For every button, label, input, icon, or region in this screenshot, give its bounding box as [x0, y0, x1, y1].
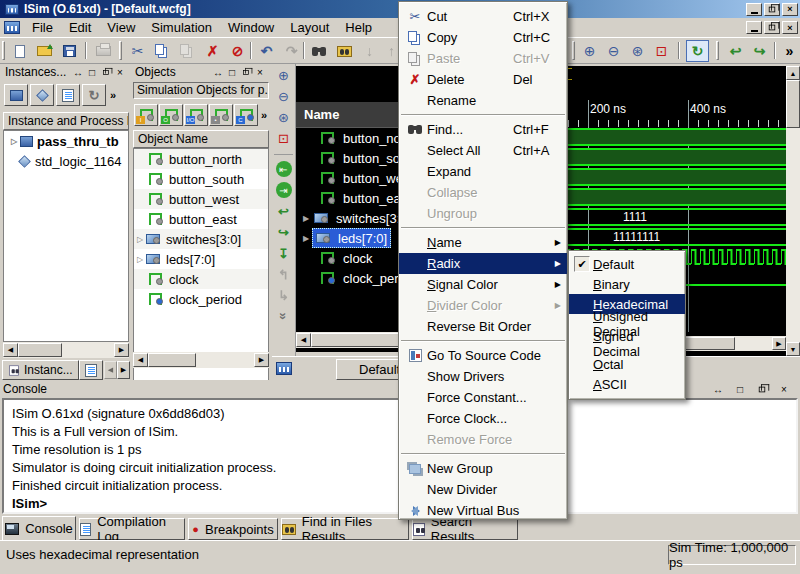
close-button[interactable]: ×	[782, 3, 798, 16]
float-button[interactable]	[755, 384, 769, 395]
filter-constants-button[interactable]: C	[234, 104, 258, 126]
close-panel-icon[interactable]: ×	[253, 67, 267, 78]
close-panel-icon[interactable]: ×	[777, 384, 791, 395]
menu-layout[interactable]: Layout	[282, 18, 337, 37]
dock-icon[interactable]: ↔	[711, 384, 725, 395]
object-row-button-east[interactable]: button_east	[134, 209, 268, 229]
relaunch-button[interactable]: ↻	[686, 40, 709, 62]
menu-find[interactable]: Find...Ctrl+F	[399, 119, 567, 140]
swap-down-button[interactable]: ↳	[274, 285, 294, 305]
expander-icon[interactable]: ▶	[300, 214, 312, 223]
menu-copy[interactable]: CopyCtrl+C	[399, 27, 567, 48]
memory-view-button[interactable]	[56, 84, 80, 106]
tree-item-pass-thru-tb[interactable]: ▷ pass_thru_tb	[4, 131, 128, 151]
toolbar-overflow-button[interactable]: »	[778, 40, 800, 62]
swap-up-button[interactable]: ↰	[274, 264, 294, 284]
instance-view-button[interactable]	[4, 84, 28, 106]
expander-icon[interactable]: ▶	[300, 234, 312, 243]
expander-icon[interactable]: ▷	[134, 255, 146, 264]
zoom-area-button[interactable]: ⊡	[650, 40, 673, 62]
remove-force-button[interactable]: ⊘	[226, 40, 249, 62]
object-row-clock-period[interactable]: clock_period	[134, 289, 268, 309]
copy-button[interactable]	[151, 40, 174, 62]
tab-compilation-log[interactable]: Compilation Log	[79, 518, 185, 540]
submenu-signed-decimal[interactable]: Signed Decimal	[569, 334, 685, 354]
toolbar-grip[interactable]	[572, 41, 575, 60]
menu-file[interactable]: File	[24, 18, 61, 37]
package-view-button[interactable]	[30, 84, 54, 106]
paste-button[interactable]	[176, 40, 199, 62]
maximize-icon[interactable]: □	[733, 384, 747, 395]
menu-delete[interactable]: ✗DeleteDel	[399, 69, 567, 90]
tab-breakpoints[interactable]: ●Breakpoints	[188, 518, 278, 540]
wave-zoom-full-button[interactable]: ⊛	[274, 107, 294, 127]
tab-memory[interactable]	[79, 360, 103, 380]
maximize-icon[interactable]: □	[85, 67, 99, 78]
open-button[interactable]	[33, 40, 56, 62]
goto-next-button[interactable]: ↪	[748, 40, 771, 62]
goto-next-result-button[interactable]: ↓	[358, 40, 381, 62]
scroll-right-icon[interactable]: ▶	[254, 353, 269, 367]
expander-icon[interactable]: ▷	[134, 235, 146, 244]
menu-new-group[interactable]: New Group	[399, 458, 567, 479]
expander-icon[interactable]: ▷	[8, 137, 20, 146]
menu-help[interactable]: Help	[337, 18, 380, 37]
instances-toolbar-overflow[interactable]: »	[110, 89, 116, 101]
save-button[interactable]	[58, 40, 81, 62]
scroll-left-icon[interactable]: ◀	[133, 353, 148, 367]
menu-show-drivers[interactable]: Show Drivers	[399, 366, 567, 387]
object-row-clock[interactable]: clock	[134, 269, 268, 289]
prev-transition-button[interactable]: ↩	[274, 201, 294, 221]
goto-end-button[interactable]: ⇥	[274, 180, 294, 200]
menu-collapse[interactable]: Collapse	[399, 182, 567, 203]
scroll-right-icon[interactable]: ▶	[114, 343, 129, 357]
child-restore-button[interactable]	[764, 21, 780, 34]
menu-select-all[interactable]: Select AllCtrl+A	[399, 140, 567, 161]
object-row-button-west[interactable]: button_west	[134, 189, 268, 209]
menu-edit[interactable]: Edit	[61, 18, 99, 37]
scroll-down-icon[interactable]: ▼	[786, 342, 800, 356]
menu-divider-color[interactable]: Divider Color▶	[399, 295, 567, 316]
tab-search-results[interactable]: Search Results	[412, 518, 518, 540]
toolbar-grip[interactable]	[119, 41, 122, 60]
object-row-leds[interactable]: ▷leds[7:0]	[134, 249, 268, 269]
menu-signal-color[interactable]: Signal Color▶	[399, 274, 567, 295]
object-row-button-north[interactable]: button_north	[134, 149, 268, 169]
filter-outputs-button[interactable]: O	[159, 104, 183, 126]
menu-force-constant[interactable]: Force Constant...	[399, 387, 567, 408]
menu-remove-force[interactable]: Remove Force	[399, 429, 567, 450]
next-transition-button[interactable]: ↪	[274, 222, 294, 242]
wave-zoom-out-button[interactable]: ⊖	[274, 86, 294, 106]
menu-cut[interactable]: ✂CutCtrl+X	[399, 6, 567, 27]
zoom-full-button[interactable]: ⊛	[626, 40, 649, 62]
menu-name[interactable]: Name▶	[399, 232, 567, 253]
child-close-button[interactable]: ×	[782, 21, 798, 34]
toolbar-grip[interactable]	[2, 41, 5, 60]
tab-scroll-right-icon[interactable]: ▶	[117, 361, 130, 379]
goto-prev-button[interactable]: ↩	[724, 40, 747, 62]
menu-ungroup[interactable]: Ungroup	[399, 203, 567, 224]
toolbar-grip[interactable]	[716, 41, 719, 60]
objects-toolbar-overflow[interactable]: »	[261, 109, 267, 121]
menu-force-clock[interactable]: Force Clock...	[399, 408, 567, 429]
scroll-up-icon[interactable]: ▲	[786, 66, 800, 80]
object-row-button-south[interactable]: button_south	[134, 169, 268, 189]
menu-go-to-source-code[interactable]: Go To Source Code	[399, 345, 567, 366]
filter-inputs-button[interactable]: I	[134, 104, 158, 126]
object-row-switches[interactable]: ▷switches[3:0]	[134, 229, 268, 249]
tree-item-std-logic-1164[interactable]: std_logic_1164	[4, 151, 128, 171]
goto-time-zero-button[interactable]: ⇤	[274, 159, 294, 179]
submenu-ascii[interactable]: ASCII	[569, 374, 685, 394]
close-panel-icon[interactable]: ×	[113, 67, 127, 78]
tab-find-in-files-results[interactable]: Find in Files Results	[281, 518, 409, 540]
cut-button[interactable]: ✂	[126, 40, 149, 62]
dock-icon[interactable]: ↔	[211, 67, 225, 78]
scroll-thumb[interactable]	[18, 343, 62, 357]
scroll-left-icon[interactable]: ◀	[296, 333, 311, 347]
menu-paste[interactable]: PasteCtrl+V	[399, 48, 567, 69]
zoom-in-button[interactable]: ⊕	[578, 40, 601, 62]
instances-hscrollbar[interactable]: ◀ ▶	[3, 342, 129, 358]
dock-icon[interactable]: ↔	[71, 67, 85, 78]
menu-window[interactable]: Window	[220, 18, 282, 37]
tab-scroll-left-icon[interactable]: ◀	[104, 361, 117, 379]
